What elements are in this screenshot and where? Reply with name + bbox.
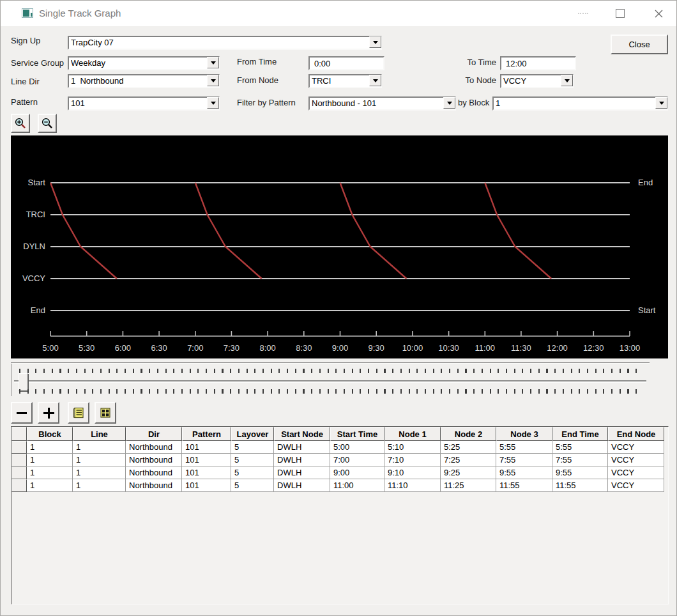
table-cell[interactable]: Northbound — [126, 454, 182, 466]
row-selector[interactable] — [11, 441, 27, 454]
table-cell[interactable]: 7:55 — [496, 454, 552, 466]
table-cell[interactable]: VCCY — [608, 441, 664, 454]
table-cell[interactable]: 1 — [27, 454, 73, 466]
table-cell[interactable]: 11:55 — [496, 479, 552, 492]
from-time-input[interactable] — [308, 56, 384, 70]
close-icon — [654, 9, 664, 19]
chevron-down-icon — [211, 61, 216, 65]
table-cell[interactable]: 1 — [73, 479, 126, 492]
table-header-cell: Node 3 — [496, 427, 552, 441]
table-cell[interactable]: 101 — [182, 441, 231, 454]
table-cell[interactable]: VCCY — [608, 479, 664, 492]
table-cell[interactable]: 9:25 — [441, 466, 496, 479]
table-row: 11Northbound1015DWLH5:005:105:255:555:55… — [11, 441, 664, 454]
table-cell[interactable]: Northbound — [126, 466, 182, 479]
table-cell[interactable]: 101 — [182, 454, 231, 466]
table-cell[interactable]: 7:10 — [384, 454, 441, 466]
zoom-out-button[interactable] — [38, 114, 57, 133]
table-header-cell: Block — [27, 427, 73, 441]
table-cell[interactable]: 5 — [231, 441, 274, 454]
svg-text:13:00: 13:00 — [620, 343, 641, 353]
dropdown-button[interactable] — [443, 97, 455, 109]
table-cell[interactable]: 11:25 — [441, 479, 496, 492]
table-cell[interactable]: DWLH — [274, 454, 330, 466]
table-cell[interactable]: 7:25 — [441, 454, 496, 466]
minus-button[interactable] — [11, 402, 33, 424]
table-cell[interactable]: 5 — [231, 466, 274, 479]
table-cell[interactable]: 5:25 — [441, 441, 496, 454]
table-cell[interactable]: 1 — [73, 466, 126, 479]
table-cell[interactable]: 5 — [231, 454, 274, 466]
dropdown-button[interactable] — [369, 75, 381, 86]
table-cell[interactable]: 5:55 — [552, 441, 608, 454]
table-header-cell: End Node — [608, 427, 664, 441]
to-node-combo[interactable]: VCCY — [500, 74, 574, 88]
svg-text:8:30: 8:30 — [296, 343, 312, 353]
time-slider[interactable] — [11, 362, 650, 396]
table-cell[interactable]: 7:00 — [330, 454, 384, 466]
slider-track[interactable] — [14, 380, 646, 381]
table-cell[interactable]: 11:55 — [552, 479, 608, 492]
table-cell[interactable]: 1 — [27, 466, 73, 479]
table-cell[interactable]: 9:10 — [384, 466, 441, 479]
table-cell[interactable]: 9:55 — [552, 466, 608, 479]
maximize-button[interactable] — [604, 1, 636, 26]
dropdown-button[interactable] — [207, 97, 219, 109]
table-cell[interactable]: 9:55 — [496, 466, 552, 479]
table-cell[interactable]: Northbound — [126, 479, 182, 492]
table-cell[interactable]: 5:00 — [330, 441, 384, 454]
row-selector[interactable] — [11, 479, 27, 492]
sign-up-label: Sign Up — [11, 36, 40, 45]
chevron-down-icon — [373, 41, 378, 44]
line-dir-combo[interactable]: 1 Northbound — [68, 74, 220, 88]
table-cell[interactable]: DWLH — [274, 466, 330, 479]
table-cell[interactable]: 101 — [182, 466, 231, 479]
table-cell[interactable]: 1 — [27, 479, 73, 492]
table-cell[interactable]: 5:10 — [384, 441, 441, 454]
table-cell[interactable]: VCCY — [608, 454, 664, 466]
grid-view-button[interactable] — [95, 402, 116, 424]
close-window-button[interactable] — [641, 1, 676, 26]
pattern-combo[interactable]: 101 — [68, 96, 220, 111]
plus-button[interactable] — [38, 402, 59, 424]
filter-by-pattern-combo[interactable]: Northbound - 101 — [308, 96, 456, 111]
svg-text:9:30: 9:30 — [369, 343, 384, 353]
table-cell[interactable]: DWLH — [274, 441, 330, 454]
table-cell[interactable]: 5:55 — [496, 441, 552, 454]
table-header-cell: Node 1 — [384, 427, 441, 441]
table-cell[interactable]: DWLH — [274, 479, 330, 492]
svg-text:Start: Start — [638, 305, 656, 315]
table-cell[interactable]: 11:00 — [330, 479, 384, 492]
slider-thumb[interactable] — [19, 373, 28, 391]
single-track-graph-window: Single Track Graph Sign Up Service Group… — [0, 0, 677, 616]
list-view-button[interactable] — [68, 402, 89, 424]
table-cell[interactable]: 9:00 — [330, 466, 384, 479]
svg-text:DYLN: DYLN — [23, 242, 45, 251]
table-cell[interactable]: 1 — [73, 441, 126, 454]
table-cell[interactable]: 5 — [231, 479, 274, 492]
table-cell[interactable]: 7:55 — [552, 454, 608, 466]
table-cell[interactable]: Northbound — [126, 441, 182, 454]
table-cell[interactable]: 1 — [27, 441, 73, 454]
row-selector[interactable] — [11, 454, 27, 466]
service-group-combo[interactable]: Weekday — [68, 56, 220, 70]
table-cell[interactable]: 11:10 — [384, 479, 441, 492]
dropdown-button[interactable] — [207, 57, 219, 68]
dropdown-button[interactable] — [207, 75, 219, 86]
table-row: 11Northbound1015DWLH7:007:107:257:557:55… — [11, 454, 664, 466]
sign-up-combo[interactable]: TrapCity 07 — [68, 36, 382, 50]
from-node-combo[interactable]: TRCI — [308, 74, 382, 88]
dropdown-button[interactable] — [369, 36, 381, 48]
table-cell[interactable]: 1 — [73, 454, 126, 466]
zoom-in-button[interactable] — [11, 114, 30, 133]
dropdown-button[interactable] — [655, 97, 667, 109]
table-cell[interactable]: 101 — [182, 479, 231, 492]
row-selector[interactable] — [11, 466, 27, 479]
dropdown-button[interactable] — [561, 75, 573, 86]
minimize-button[interactable] — [567, 1, 599, 26]
close-button[interactable]: Close — [611, 35, 668, 54]
by-block-combo[interactable]: 1 — [492, 96, 668, 111]
table-cell[interactable]: VCCY — [608, 466, 664, 479]
to-time-input[interactable] — [500, 56, 576, 70]
track-graph[interactable]: StartEndTRCIDYLNVCCYEndStart5:005:306:00… — [11, 135, 668, 358]
